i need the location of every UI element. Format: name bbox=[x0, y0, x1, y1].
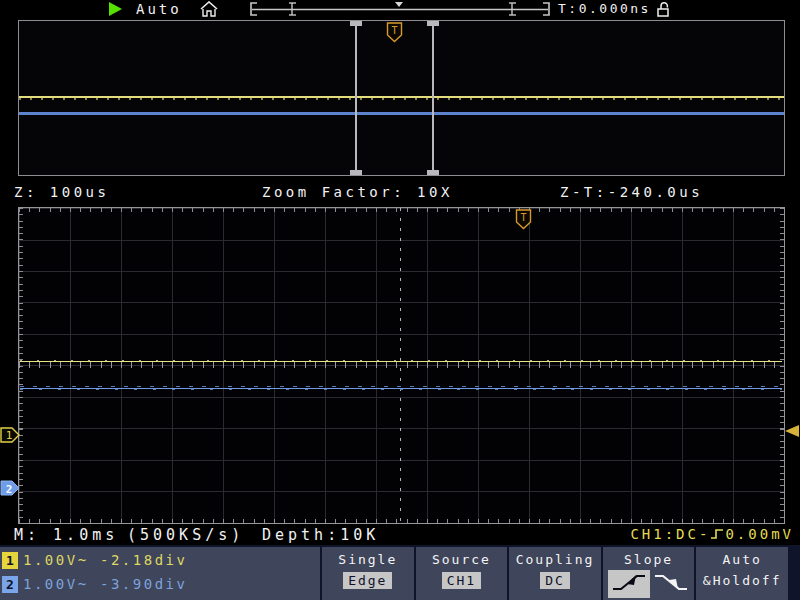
main-timebase-label: M: 1.0ms bbox=[14, 526, 118, 544]
ch2-position-label: -3.90div bbox=[100, 576, 187, 592]
channel-info-zone: 1 1.00V~ -2.18div 2 1.00V~ -3.90div bbox=[0, 547, 320, 600]
unlock-icon[interactable] bbox=[655, 2, 671, 17]
oscilloscope-screen: Auto T:0.000ns bbox=[0, 0, 800, 600]
preview-ch2-trace bbox=[19, 112, 784, 115]
memory-depth-label: Depth:10K bbox=[262, 526, 379, 544]
trigger-level-arrow[interactable] bbox=[785, 425, 799, 437]
zoom-window-handle[interactable] bbox=[427, 21, 439, 26]
ch2-trace bbox=[20, 388, 782, 389]
sample-rate-label: (500KS/s) bbox=[127, 526, 244, 544]
menu-label: Coupling bbox=[516, 552, 595, 567]
slider-position-marker bbox=[395, 2, 403, 7]
zoom-window-handle[interactable] bbox=[350, 21, 362, 26]
zoom-info-bar: Z: 100us Zoom Factor: 10X Z-T:-240.0us bbox=[0, 184, 800, 202]
preview-ch1-trace bbox=[19, 96, 784, 98]
grid-ticks-top bbox=[19, 208, 784, 212]
bottom-panel: 1 1.00V~ -2.18div 2 1.00V~ -3.90div Sing… bbox=[0, 545, 800, 600]
menu-label: Source bbox=[432, 552, 491, 567]
ch2-position-marker[interactable]: 2 bbox=[0, 480, 20, 496]
menu-section-trigger-mode[interactable]: Single Edge bbox=[322, 547, 416, 600]
menu-section-source[interactable]: Source CH1 bbox=[416, 547, 510, 600]
trigger-position-marker[interactable]: T bbox=[386, 22, 403, 43]
acquire-mode-label: Auto bbox=[136, 1, 182, 17]
zoom-window-handle[interactable] bbox=[350, 170, 362, 175]
grid-ticks-bottom bbox=[19, 519, 784, 523]
ch1-trace bbox=[20, 361, 782, 362]
ch2-badge: 2 bbox=[2, 576, 18, 593]
ch2-scale-label: 1.00V~ bbox=[23, 576, 89, 592]
svg-text:T: T bbox=[520, 212, 526, 223]
trigger-time-label: T:0.000ns bbox=[558, 1, 651, 16]
home-icon[interactable] bbox=[199, 1, 219, 18]
zoom-window-left-edge[interactable] bbox=[355, 21, 357, 173]
menu-end-strip bbox=[788, 547, 800, 600]
status-bar: M: 1.0ms (500KS/s) Depth:10K CH1:DC- 0.0… bbox=[0, 526, 800, 544]
ch2-info-row[interactable]: 2 1.00V~ -3.90div bbox=[0, 574, 89, 594]
trigger-readout-value: 0.00mV bbox=[725, 526, 794, 542]
grid-center-horizontal-ticks bbox=[19, 361, 784, 368]
trigger-readout: CH1:DC- 0.00mV bbox=[630, 526, 794, 542]
zoom-timebase-label: Z: 100us bbox=[14, 184, 109, 200]
ch1-position-marker[interactable]: 1 bbox=[0, 427, 20, 443]
svg-text:1: 1 bbox=[6, 429, 13, 442]
zoom-window-right-edge[interactable] bbox=[432, 21, 434, 173]
run-play-icon[interactable] bbox=[109, 2, 122, 16]
zoom-offset-label: Z-T:-240.0us bbox=[560, 184, 703, 200]
zoom-factor-label: Zoom Factor: 10X bbox=[262, 184, 453, 200]
record-preview-window: T bbox=[18, 20, 785, 176]
menu-label: Auto bbox=[723, 552, 762, 567]
menu-section-slope[interactable]: Slope bbox=[603, 547, 697, 600]
menu-label: Single bbox=[338, 552, 397, 567]
svg-text:T: T bbox=[391, 25, 397, 36]
falling-slope-icon[interactable] bbox=[652, 571, 690, 597]
rising-edge-icon bbox=[711, 527, 724, 541]
softkey-menu: Single Edge Source CH1 Coupling DC Slope bbox=[320, 547, 788, 600]
menu-section-coupling[interactable]: Coupling DC bbox=[509, 547, 603, 600]
holdoff-value[interactable]: &Holdoff bbox=[703, 572, 782, 589]
coupling-value[interactable]: DC bbox=[540, 572, 570, 589]
svg-text:2: 2 bbox=[6, 483, 13, 496]
trigger-readout-prefix: CH1:DC- bbox=[630, 526, 710, 542]
horizontal-position-slider[interactable] bbox=[249, 0, 551, 17]
menu-label: Slope bbox=[624, 552, 673, 567]
top-bar: Auto T:0.000ns bbox=[0, 0, 800, 19]
ch1-position-label: -2.18div bbox=[100, 552, 187, 568]
ch1-info-row[interactable]: 1 1.00V~ -2.18div bbox=[0, 550, 89, 570]
source-value[interactable]: CH1 bbox=[442, 572, 481, 589]
rising-slope-icon[interactable] bbox=[608, 570, 650, 598]
ch1-scale-label: 1.00V~ bbox=[23, 552, 89, 568]
trigger-position-marker-main[interactable]: T bbox=[515, 209, 532, 230]
trigger-mode-value[interactable]: Edge bbox=[343, 572, 392, 589]
waveform-grid: T bbox=[18, 207, 785, 524]
zoom-window-handle[interactable] bbox=[427, 170, 439, 175]
menu-section-auto-holdoff[interactable]: Auto &Holdoff bbox=[696, 547, 788, 600]
ch1-badge: 1 bbox=[2, 552, 18, 569]
